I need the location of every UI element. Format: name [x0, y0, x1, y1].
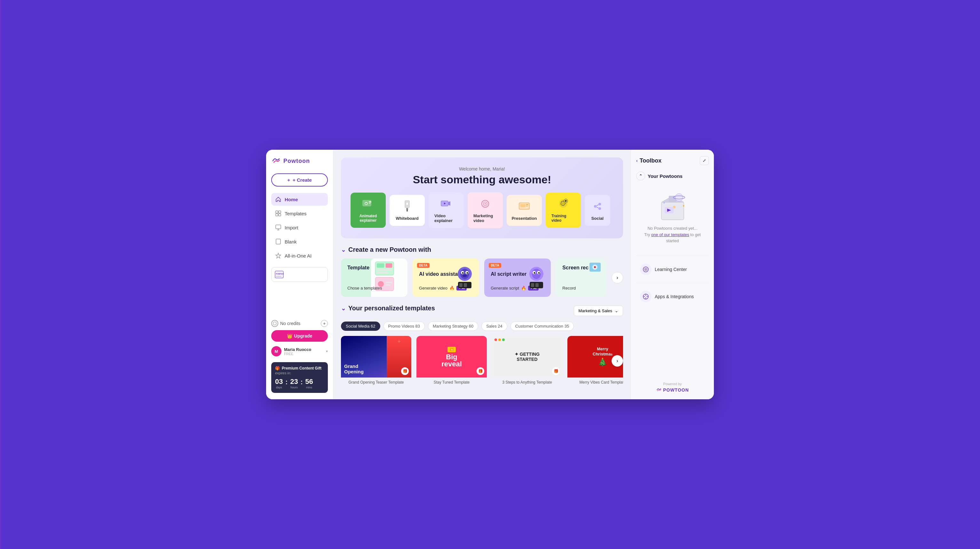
type-tabs-row: Animated explainer Whiteboard [350, 192, 614, 229]
beta-badge-ai-video: BETA [417, 263, 429, 268]
dot-green [502, 339, 505, 341]
templates-title-row: ⌄ Your personalized templates [341, 305, 435, 312]
screen-rec-record-label: Record [562, 286, 576, 291]
svg-text:academy: academy [276, 275, 281, 277]
svg-point-31 [598, 203, 601, 205]
tag-promo-videos[interactable]: Promo Videos 83 [383, 321, 425, 331]
create-cards-row: Template Chose a templates BETA [341, 258, 623, 297]
toolbox-divider-1 [636, 256, 709, 256]
premium-badge-1: 🎁 [401, 367, 409, 375]
import-icon [275, 224, 282, 231]
collapse-icon[interactable]: ⌄ [341, 247, 346, 253]
svg-rect-25 [526, 204, 528, 205]
svg-rect-39 [377, 272, 388, 274]
create-card-template[interactable]: Template Chose a templates [341, 258, 407, 297]
tab-whiteboard[interactable]: Whiteboard [390, 195, 425, 226]
upgrade-button[interactable]: 👑 Upgrade [271, 330, 328, 342]
days-label: days [275, 386, 283, 389]
create-card-ai-video[interactable]: BETA [413, 258, 479, 297]
apps-integrations-icon [640, 291, 652, 302]
svg-rect-4 [276, 225, 281, 229]
sidebar-item-home[interactable]: Home [271, 193, 328, 206]
presentation-icon [518, 200, 531, 213]
templates-link[interactable]: one of our templates [651, 232, 689, 237]
expand-icon[interactable]: ⤢ [700, 156, 709, 165]
templates-section-title: Your personalized templates [348, 305, 435, 312]
create-card-ai-script[interactable]: BETA [484, 258, 551, 297]
chevron-left-icon[interactable]: ‹ [636, 158, 638, 163]
svg-point-48 [462, 272, 464, 274]
chevron-down-icon: ▾ [326, 349, 328, 353]
animated-explainer-icon [362, 198, 374, 210]
separator-2: : [301, 379, 303, 388]
merry-vibes-label: Merry Vibes Card Template [567, 377, 623, 386]
tab-presentation[interactable]: Presentation [507, 195, 542, 226]
welcome-section: Welcome home, Maria! Start something awe… [341, 158, 623, 238]
sidebar: Powtoon + + Create Home Templates [266, 150, 333, 399]
tab-training-video[interactable]: ⚙ Training video [546, 193, 581, 228]
tab-marketing-video[interactable]: Marketing video [468, 192, 503, 228]
templates-collapse-icon[interactable]: ⌄ [341, 305, 346, 312]
user-profile-row[interactable]: M Maria Ruocco FREE ▾ [271, 345, 328, 358]
your-powtoons-header[interactable]: ⌃ Your Powtoons [636, 172, 709, 180]
3-steps-thumb: ✦ GETTINGSTARTED 🎁 [492, 336, 562, 377]
learning-center-icon [640, 264, 652, 275]
premium-badge-3: 🎁 [552, 367, 560, 375]
create-section: ⌄ Create a new Powtoon with [341, 246, 623, 297]
toolbox-divider-2 [636, 283, 709, 283]
svg-point-50 [463, 275, 467, 277]
sidebar-item-templates[interactable]: Templates [271, 207, 328, 220]
crown-icon: 👑 [287, 333, 292, 339]
sidebar-item-import[interactable]: Import [271, 221, 328, 234]
main-content: Welcome home, Maria! Start something awe… [333, 150, 631, 399]
template-card-3-steps[interactable]: ✦ GETTINGSTARTED 🎁 3 Steps to Anything T… [492, 336, 562, 386]
tag-social-media[interactable]: Social Media 62 [341, 321, 380, 331]
svg-rect-2 [276, 214, 278, 216]
tag-sales[interactable]: Sales 24 [481, 321, 507, 331]
plus-icon: + [287, 177, 290, 183]
template-grid-next-arrow[interactable]: › [611, 355, 623, 367]
countdown: 03 days : 23 hours : 56 mins [275, 377, 324, 389]
apps-integrations-label: Apps & Integrations [655, 294, 694, 299]
create-button[interactable]: + + Create [271, 173, 328, 186]
svg-line-33 [597, 205, 598, 206]
upgrade-label: Upgrade [294, 333, 312, 339]
toolbox-panel: ‹ Toolbox ⤢ ⌃ Your Powtoons [631, 150, 714, 399]
tag-customer-comm[interactable]: Customer Communication 35 [511, 321, 574, 331]
svg-point-30 [594, 205, 597, 208]
tag-marketing-strategy[interactable]: Marketing Strategy 60 [428, 321, 478, 331]
gift-subtitle: expires in: [275, 371, 324, 375]
tab-social[interactable]: Social [585, 195, 610, 226]
template-card-grand-opening[interactable]: ✦ GrandOpening 🎁 Grand Opening Teaser Te… [341, 336, 411, 386]
tab-animated-explainer[interactable]: Animated explainer [350, 193, 386, 228]
create-section-title: Create a new Powtoon with [348, 246, 431, 253]
template-card-stay-tuned[interactable]: 💥 Bigreveal 🎁 Stay Tuned Template [417, 336, 487, 386]
days-block: 03 days [275, 377, 283, 389]
toolbox-item-apps[interactable]: Apps & Integrations [636, 287, 709, 306]
svg-line-34 [597, 207, 598, 208]
toolbox-item-learning[interactable]: Learning Center [636, 260, 709, 279]
academy-box[interactable]: P OWTOON academy [271, 267, 328, 282]
template-chose-label: Chose a templates [347, 286, 382, 291]
gift-box: 🎁 Premium Content Gift expires in: 03 da… [271, 362, 328, 393]
credits-icon [271, 320, 278, 327]
add-credits-button[interactable]: + [321, 320, 328, 327]
create-card-screen-rec[interactable]: Screen rec Record [556, 258, 606, 297]
powered-logo-text: POWTOON [663, 387, 689, 393]
learning-center-label: Learning Center [655, 267, 687, 272]
grand-opening-thumb: ✦ GrandOpening 🎁 [341, 336, 411, 377]
powered-logo-icon [656, 387, 662, 393]
powered-by-section: Powered by POWTOON [636, 382, 709, 393]
sidebar-bottom: No credits + 👑 Upgrade M Maria Ruocco FR… [271, 320, 328, 393]
video-explainer-label: Video explainer [434, 213, 458, 223]
tab-video-explainer[interactable]: Video explainer [429, 192, 464, 228]
create-cards-next-arrow[interactable]: › [611, 272, 623, 283]
sidebar-item-blank[interactable]: Blank [271, 235, 328, 248]
toolbox-header: ‹ Toolbox ⤢ [636, 156, 709, 165]
filter-dropdown[interactable]: Marketing & Sales ⌄ [574, 306, 624, 316]
social-label: Social [592, 216, 603, 221]
video-explainer-icon [440, 197, 453, 210]
marketing-video-label: Marketing video [473, 213, 497, 223]
sidebar-item-ai[interactable]: All-in-One AI [271, 249, 328, 262]
grid-icon [275, 210, 282, 216]
